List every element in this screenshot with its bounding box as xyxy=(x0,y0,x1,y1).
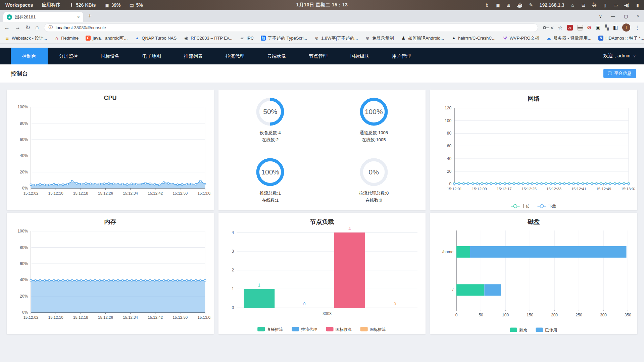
svg-text:直播推流: 直播推流 xyxy=(267,327,283,332)
device-icon[interactable]: ▯ xyxy=(603,2,607,8)
back-button[interactable]: ← xyxy=(4,24,10,31)
bookmark-item[interactable]: 知 了不起的 TypeScri... xyxy=(261,35,307,41)
donut-label-online: 在线数:1005 xyxy=(362,137,386,143)
workspaces-button[interactable]: Workspaces xyxy=(5,2,33,8)
window-switch-icon[interactable]: ⊟ xyxy=(581,2,586,8)
home-button[interactable]: ⌂ xyxy=(35,24,39,31)
svg-text:4: 4 xyxy=(232,230,234,235)
browser-tab-bar: ◈ 国标28181 × + ∨ — ▢ × xyxy=(0,10,644,22)
browser-toolbar: ← → ↻ ⌂ ⓘ localhost:38080/#/console < ☆ … xyxy=(0,22,644,33)
bookmark-item[interactable]: ⊕ 免登录复制 xyxy=(365,35,394,41)
svg-text:100: 100 xyxy=(445,118,451,123)
nav-tab[interactable]: 云端录像 xyxy=(256,48,297,64)
browser-menu-icon[interactable]: ⋮ xyxy=(635,24,640,31)
battery-icon[interactable]: ▮ xyxy=(635,2,640,8)
csdn-icon: C xyxy=(86,36,91,41)
svg-text:60%: 60% xyxy=(20,261,28,266)
clock[interactable]: 1月10日 星期二 15：13 xyxy=(296,2,348,8)
donut-label-online: 在线数:2 xyxy=(262,137,279,143)
applications-menu[interactable]: 应用程序 xyxy=(42,2,60,8)
nav-tab[interactable]: 拉流代理 xyxy=(214,48,256,64)
bookmark-item[interactable]: Ψ WVP-PRO文档 xyxy=(503,35,539,41)
network-speed-indicator[interactable]: ⬇ 526 KB/s xyxy=(69,2,96,8)
bing-icon[interactable]: b xyxy=(485,2,489,8)
reload-button[interactable]: ↻ xyxy=(26,24,30,31)
url-path: :38080/#/console xyxy=(73,25,106,30)
extensions-puzzle-icon[interactable]: ▚ xyxy=(605,24,609,31)
nav-tab[interactable]: 用户管理 xyxy=(381,48,422,64)
ip-address-indicator[interactable]: 192.168.1.3 xyxy=(540,2,564,8)
svg-text:15:12:49: 15:12:49 xyxy=(596,187,611,191)
bookmark-item[interactable]: ◉ RFC2833 – RTP Ev... xyxy=(184,36,232,41)
new-tab-button[interactable]: + xyxy=(88,12,92,20)
bookmark-item[interactable]: ♟ 如何编译Android... xyxy=(401,35,444,41)
svg-text:1: 1 xyxy=(258,283,260,288)
bookmark-item[interactable]: ☁ 服务器 - 轻量应用... xyxy=(546,35,591,41)
wvp-icon: Ψ xyxy=(503,36,508,41)
bookmark-item[interactable]: ⊕ 1.8W字|了不起的... xyxy=(314,35,358,41)
window-restore-button[interactable]: ▢ xyxy=(624,14,628,19)
redmine-icon: ∩ xyxy=(54,36,59,41)
bookmark-item[interactable]: C java、android可... xyxy=(86,35,128,41)
adblock-extension-icon[interactable]: ⊘ xyxy=(587,24,592,31)
nav-tab[interactable]: 国标设备 xyxy=(89,48,131,64)
bookmark-item[interactable]: ● hairrrrr/C-CrashC... xyxy=(451,36,495,41)
forward-button[interactable]: → xyxy=(15,24,20,31)
svg-text:15:12:10: 15:12:10 xyxy=(48,315,63,319)
folder-icon: ▰ xyxy=(239,36,244,41)
nav-tab[interactable]: 电子地图 xyxy=(131,48,172,64)
nav-tab[interactable]: 控制台 xyxy=(11,48,48,64)
bookmark-item[interactable]: ◕ QNAP Turbo NAS xyxy=(135,36,177,41)
page-title: 控制台 xyxy=(11,70,28,77)
clipboard-icon[interactable]: ⊞ xyxy=(506,2,511,8)
svg-text:15:12:50: 15:12:50 xyxy=(172,191,188,195)
tab-close-icon[interactable]: × xyxy=(77,14,80,20)
home-icon[interactable]: ⌂ xyxy=(571,2,575,8)
display-icon[interactable]: ▭ xyxy=(613,2,618,8)
nav-tab[interactable]: 国标级联 xyxy=(339,48,381,64)
panel-title: 网络 xyxy=(430,95,637,103)
nav-tab[interactable]: 分屏监控 xyxy=(48,48,89,64)
platform-info-button[interactable]: ⓘ 平台信息 xyxy=(603,69,636,78)
disk-chart: 050100150200250300350/home/剩余已使用 xyxy=(430,227,637,334)
donut-label-total: 设备总数:4 xyxy=(260,130,281,136)
user-menu[interactable]: 欢迎，admin ∨ xyxy=(603,53,636,59)
useragent-extension-icon[interactable] xyxy=(577,25,583,31)
donut-label-total: 拉流代理总数:0 xyxy=(359,190,389,197)
screenshot-extension-icon[interactable]: ▣ xyxy=(596,24,600,31)
volume-icon[interactable]: ◀) xyxy=(624,2,629,8)
system-bar: Workspaces 应用程序 ⬇ 526 KB/s ▣ 39% ▤ 5% 1月… xyxy=(0,0,644,10)
nav-tab[interactable]: 推流列表 xyxy=(172,48,214,64)
address-bar[interactable]: ⓘ localhost:38080/#/console xyxy=(44,23,538,32)
share-icon[interactable]: < xyxy=(550,25,553,31)
download-icon: ⬇ xyxy=(69,2,74,8)
bookmark-item[interactable]: N HDAtmos :: 种子 *... xyxy=(598,35,644,41)
network-panel: 网络 02040608010012015:12:0115:12:0915:12:… xyxy=(430,90,637,210)
rfc-doc-icon: ◉ xyxy=(184,36,189,41)
bookmark-item[interactable]: ∩ Redmine xyxy=(54,36,79,41)
darkmode-extension-icon[interactable]: ◧ xyxy=(613,24,618,31)
site-info-icon[interactable]: ⓘ xyxy=(49,24,53,31)
profile-avatar[interactable]: I xyxy=(622,23,630,32)
tab-search-icon[interactable]: ∨ xyxy=(599,14,602,19)
window-close-button[interactable]: × xyxy=(637,14,639,19)
nav-tab[interactable]: 节点管理 xyxy=(297,48,339,64)
svg-text:15:12:18: 15:12:18 xyxy=(73,315,88,319)
svg-text:15:12:34: 15:12:34 xyxy=(123,315,138,319)
bookmark-item[interactable]: ▰ IPC xyxy=(239,36,254,41)
cpu-usage-indicator[interactable]: ▣ 39% xyxy=(104,2,120,8)
input-method-indicator[interactable]: 英 xyxy=(592,2,597,8)
js-extension-icon[interactable]: JS xyxy=(567,25,573,31)
memory-usage-indicator[interactable]: ▤ 5% xyxy=(129,2,143,8)
screenshot-icon[interactable]: ▣ xyxy=(495,2,500,8)
github-icon: ● xyxy=(451,36,456,41)
color-picker-icon[interactable]: ✎ xyxy=(529,2,534,8)
window-minimize-button[interactable]: — xyxy=(611,14,615,19)
browser-tab[interactable]: ◈ 国标28181 × xyxy=(3,12,83,22)
password-manager-icon[interactable] xyxy=(543,26,546,29)
svg-text:4: 4 xyxy=(349,227,351,231)
bookmark-item[interactable]: ≣ Webstack - 设计... xyxy=(5,35,47,41)
svg-text:3: 3 xyxy=(232,249,234,254)
caffeine-icon[interactable]: ☕ xyxy=(517,2,523,8)
bookmark-star-icon[interactable]: ☆ xyxy=(558,24,562,31)
